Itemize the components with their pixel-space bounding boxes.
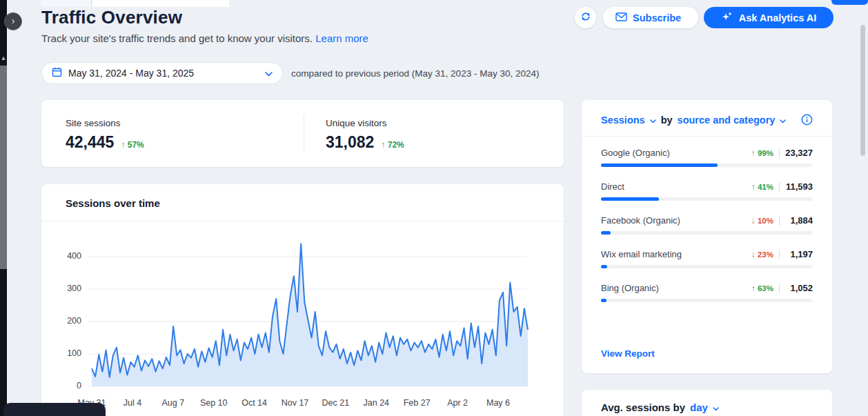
divider [304, 115, 304, 152]
x-tick-label: Sep 10 [193, 398, 235, 408]
x-tick-label: Oct 14 [234, 398, 275, 408]
divider [779, 250, 780, 259]
by-label: by [661, 115, 673, 126]
source-row[interactable]: Direct↑ 41%11,593 [601, 181, 813, 201]
divider [582, 136, 832, 137]
subscribe-label: Subscribe [633, 12, 681, 23]
view-report-link[interactable]: View Report [601, 348, 655, 359]
kpi-value: 42,445 [66, 133, 114, 152]
date-range-value: May 31, 2024 - May 31, 2025 [68, 68, 194, 79]
y-tick-label: 400 [54, 251, 81, 261]
x-tick-label: Jan 24 [355, 398, 397, 408]
chevron-down-icon[interactable] [780, 115, 786, 126]
source-bar-track [601, 197, 813, 201]
divider [779, 284, 780, 293]
kpi-summary-card: Site sessions 42,445 ↑ 57% Unique visito… [41, 100, 564, 167]
info-icon[interactable] [801, 114, 813, 126]
avg-sessions-dimension-dropdown[interactable]: day [690, 402, 708, 413]
source-row[interactable]: Wix email marketing↓ 23%1,197 [601, 248, 813, 268]
subscribe-button[interactable]: Subscribe [603, 7, 698, 28]
bottom-overlay-fragment [3, 403, 106, 416]
ask-analytics-ai-label: Ask Analytics AI [739, 12, 817, 23]
x-tick-label: Apr 2 [437, 398, 478, 408]
avg-sessions-card: Avg. sessions by day [582, 390, 832, 416]
kpi-change-badge: ↑ 57% [121, 140, 144, 150]
left-panel-scrollbar-thumb[interactable] [0, 66, 7, 269]
sources-list: Google (Organic)↑ 99%23,327Direct↑ 41%11… [601, 147, 813, 316]
source-row[interactable]: Google (Organic)↑ 99%23,327 [601, 147, 813, 167]
chevron-down-icon[interactable] [650, 115, 656, 126]
source-bar-track [601, 265, 813, 268]
source-value: 11,593 [785, 181, 813, 192]
source-change-badge: ↑ 63% [751, 284, 773, 293]
divider [779, 216, 780, 226]
kpi-unique-visitors: Unique visitors 31,082 ↑ 72% [326, 118, 404, 152]
dimension-dropdown[interactable]: source and category [678, 115, 776, 126]
top-button-fragment [831, 0, 868, 5]
date-range-picker[interactable]: May 31, 2024 - May 31, 2025 [41, 62, 283, 84]
source-bar-fill [601, 231, 611, 235]
sparkle-icon [721, 10, 733, 25]
source-label: Bing (Organic) [601, 283, 659, 293]
x-tick-label: Aug 7 [152, 398, 194, 408]
source-value: 23,327 [785, 148, 813, 158]
metric-dropdown[interactable]: Sessions [601, 115, 645, 126]
source-change-badge: ↑ 41% [751, 183, 773, 191]
sessions-line-chart[interactable] [41, 221, 564, 416]
top-bar-fragment-right [92, 0, 229, 7]
y-tick-label: 100 [54, 348, 81, 358]
x-tick-label: Dec 21 [315, 398, 356, 408]
avg-sessions-label: Avg. sessions by [601, 402, 685, 413]
source-label: Wix email marketing [601, 249, 682, 259]
x-tick-label: Feb 27 [396, 398, 437, 408]
kpi-site-sessions: Site sessions 42,445 ↑ 57% [66, 118, 144, 152]
kpi-label: Unique visitors [326, 118, 404, 128]
source-bar-fill [601, 197, 659, 201]
source-row[interactable]: Bing (Organic)↑ 63%1,052 [601, 282, 813, 302]
page-subtitle: Track your site's traffic trends and get… [41, 32, 368, 44]
sessions-by-source-card: Sessions by source and category Google (… [582, 100, 832, 373]
source-bar-track [601, 231, 813, 235]
y-tick-label: 300 [54, 284, 81, 293]
chart-title: Sessions over time [66, 197, 160, 209]
source-value: 1,052 [785, 283, 813, 293]
ask-analytics-ai-button[interactable]: Ask Analytics AI [704, 7, 834, 28]
top-bar-fragment-left [41, 0, 92, 7]
x-tick-label: Nov 17 [275, 398, 316, 408]
kpi-change-badge: ↑ 72% [381, 140, 404, 150]
sessions-over-time-card: Sessions over time 0100200300400 May 31J… [41, 184, 564, 416]
refresh-button[interactable] [575, 7, 596, 28]
divider [779, 148, 780, 158]
refresh-icon [580, 11, 591, 25]
collapsed-left-panel: ▲ [0, 0, 7, 416]
divider [779, 182, 780, 192]
source-label: Facebook (Organic) [601, 215, 680, 226]
page-title: Traffic Overview [41, 7, 182, 28]
envelope-icon [615, 12, 627, 23]
expand-sidebar-button[interactable]: › [4, 12, 22, 30]
source-bar-track [601, 164, 813, 167]
source-bar-fill [601, 299, 606, 302]
chevron-down-icon [265, 68, 273, 79]
source-label: Google (Organic) [601, 148, 670, 158]
x-tick-label: May 6 [477, 398, 519, 408]
source-row[interactable]: Facebook (Organic)↓ 10%1,884 [601, 215, 813, 235]
kpi-label: Site sessions [66, 118, 144, 128]
source-change-badge: ↑ 99% [751, 149, 773, 157]
comparison-period-note: compared to previous period (May 31, 202… [291, 68, 539, 79]
learn-more-link[interactable]: Learn more [315, 32, 368, 44]
source-change-badge: ↓ 23% [751, 250, 773, 259]
source-bar-track [601, 299, 813, 302]
source-bar-fill [601, 265, 607, 268]
source-bar-fill [601, 164, 718, 167]
y-tick-label: 0 [54, 381, 81, 390]
source-change-badge: ↓ 10% [751, 217, 773, 225]
source-value: 1,884 [785, 215, 813, 226]
source-label: Direct [601, 181, 624, 192]
y-tick-label: 200 [54, 316, 81, 326]
page-scrollbar-thumb[interactable] [860, 25, 865, 156]
x-tick-label: Jul 4 [112, 398, 153, 408]
chevron-down-icon[interactable] [713, 402, 719, 413]
scroll-up-icon[interactable]: ▲ [0, 54, 7, 62]
sources-panel-header: Sessions by source and category [601, 114, 813, 126]
